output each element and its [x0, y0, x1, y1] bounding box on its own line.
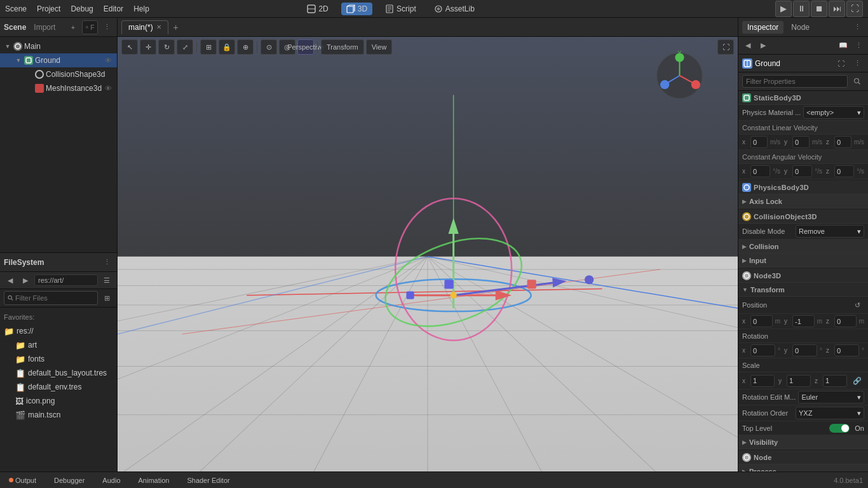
assetlib-button[interactable]: AssetLib: [429, 3, 480, 15]
rot-y-val[interactable]: 0: [792, 344, 817, 356]
scale-z-val[interactable]: 1: [823, 375, 847, 387]
pause-button[interactable]: ⏸: [793, 1, 810, 17]
menu-bar: Scene Project Debug Editor Help 2D 3D: [0, 0, 868, 18]
scale-x-val[interactable]: 1: [750, 375, 775, 387]
axis-lock-collapse[interactable]: ▶ Axis Lock: [738, 194, 868, 208]
fs-item-env[interactable]: 📋 default_env.tres: [0, 380, 117, 394]
fs-item-icon[interactable]: 🖼 icon.png: [0, 394, 117, 408]
rot-z-val[interactable]: 0: [834, 344, 859, 356]
process-collapse[interactable]: ▶ Process: [738, 464, 868, 471]
eye-icon-ground[interactable]: 👁: [103, 55, 113, 65]
insp-node-options[interactable]: ⋮: [850, 57, 864, 71]
vp-local-btn[interactable]: ⊙: [261, 39, 277, 55]
pos-y-val[interactable]: -1: [792, 315, 815, 327]
menu-editor[interactable]: Editor: [104, 4, 123, 13]
linear-z-val[interactable]: 0: [834, 136, 851, 148]
rot-order-dropdown[interactable]: YXZ ▾: [796, 407, 864, 419]
viewport-tab-main[interactable]: main(*) ✕: [121, 20, 168, 34]
bottom-tab-debugger[interactable]: Debugger: [50, 475, 88, 485]
tree-item-mesh[interactable]: MeshInstance3d 👁: [0, 81, 117, 95]
transform-collapse[interactable]: ▼ Transform: [738, 283, 868, 297]
fs-item-art[interactable]: 📁 art: [0, 338, 117, 352]
bottom-tab-output[interactable]: Output: [5, 475, 40, 485]
bottom-tab-animation[interactable]: Animation: [135, 475, 173, 485]
bottom-tab-audio[interactable]: Audio: [98, 475, 124, 485]
step-button[interactable]: ⏭: [829, 1, 845, 17]
collision-collapse[interactable]: ▶ Collision: [738, 240, 868, 254]
filter-search-btn[interactable]: [850, 74, 864, 88]
main-node-icon: [13, 42, 22, 51]
disable-mode-dropdown[interactable]: Remove ▾: [796, 225, 864, 238]
insp-node-expand[interactable]: ⛶: [834, 57, 848, 71]
pos-x-val[interactable]: 0: [750, 315, 773, 327]
insp-more-options[interactable]: ⋮: [851, 39, 865, 53]
fs-forward-button[interactable]: ▶: [19, 274, 32, 287]
linear-y-val[interactable]: 0: [792, 136, 810, 148]
angular-y-val[interactable]: 0: [792, 165, 812, 177]
vp-perspective-btn[interactable]: Perspective: [297, 39, 314, 55]
vp-select-btn[interactable]: ↖: [121, 39, 138, 55]
mode-2d-button[interactable]: 2D: [302, 3, 333, 15]
viewport-add-button[interactable]: +: [170, 21, 182, 34]
vp-scale-btn[interactable]: ⤢: [177, 39, 193, 55]
inspector-options-btn[interactable]: ⋮: [850, 20, 864, 34]
rot-edit-mode-dropdown[interactable]: Euler ▾: [798, 391, 864, 403]
node-tab[interactable]: Node: [786, 21, 815, 34]
fs-back-button[interactable]: ◀: [4, 274, 17, 287]
insp-open-docs[interactable]: 📖: [836, 39, 850, 53]
fs-item-res[interactable]: 📁 res://: [0, 324, 117, 338]
angular-x-val[interactable]: 0: [750, 165, 770, 177]
scale-link-btn[interactable]: 🔗: [850, 374, 864, 388]
vp-lock-btn[interactable]: 🔒: [219, 39, 235, 55]
add-node-button[interactable]: +: [67, 21, 79, 34]
script-button[interactable]: Script: [380, 3, 421, 15]
menu-debug[interactable]: Debug: [71, 4, 93, 13]
expand-button[interactable]: ⛶: [846, 1, 863, 17]
play-button[interactable]: ▶: [775, 1, 792, 17]
inspector-tab[interactable]: Inspector: [742, 21, 783, 34]
menu-scene[interactable]: Scene: [5, 4, 27, 13]
vp-view-btn[interactable]: View: [366, 39, 393, 55]
fs-item-main-scene[interactable]: 🎬 main.tscn: [0, 408, 117, 422]
vp-fullscreen-btn[interactable]: ⛶: [717, 39, 734, 55]
insp-history-back[interactable]: ◀: [741, 39, 755, 53]
visibility-collapse[interactable]: ▶ Visibility: [738, 435, 868, 449]
import-tab[interactable]: Import: [34, 23, 55, 32]
input-collapse[interactable]: ▶ Input: [738, 254, 868, 268]
mode-3d-button[interactable]: 3D: [341, 3, 372, 15]
viewport-tab-close[interactable]: ✕: [156, 24, 161, 30]
fs-options-button[interactable]: ⋮: [100, 256, 113, 269]
insp-history-forward[interactable]: ▶: [756, 39, 770, 53]
tree-item-ground[interactable]: ▼ Ground 👁: [0, 53, 117, 67]
scale-y-val[interactable]: 1: [787, 375, 811, 387]
vp-move-btn[interactable]: ✛: [140, 39, 156, 55]
bottom-tab-shader-editor[interactable]: Shader Editor: [183, 475, 233, 485]
pos-z-val[interactable]: 0: [834, 315, 857, 327]
fs-filter-input[interactable]: [15, 294, 94, 302]
stop-button[interactable]: ⏹: [811, 1, 827, 17]
viewport-canvas[interactable]: Y X Z ↖ ✛ ↻ ⤢ ⊞ 🔒: [118, 37, 738, 471]
vp-group-btn[interactable]: ⊕: [237, 39, 254, 55]
fs-layout-button[interactable]: ☰: [100, 274, 113, 287]
eye-icon-mesh[interactable]: 👁: [104, 83, 113, 93]
top-level-toggle[interactable]: [829, 424, 850, 433]
rot-x-val[interactable]: 0: [750, 344, 775, 356]
menu-project[interactable]: Project: [37, 4, 60, 13]
menu-help[interactable]: Help: [133, 4, 149, 13]
position-reset-btn[interactable]: ↺: [850, 298, 864, 312]
vp-grid-snap-btn[interactable]: ⊞: [200, 39, 217, 55]
physics-material-dropdown[interactable]: <empty> ▾: [803, 106, 864, 119]
fs-filter-options[interactable]: ⊞: [100, 292, 113, 304]
fs-item-bus-layout[interactable]: 📋 default_bus_layout.tres: [0, 366, 117, 380]
scene-filter-input[interactable]: [90, 24, 94, 31]
vp-transform-btn[interactable]: Transform: [321, 39, 364, 55]
tree-item-collision[interactable]: CollisionShape3d: [0, 67, 117, 81]
filter-properties-input[interactable]: [742, 75, 848, 88]
vp-rotate-btn[interactable]: ↻: [158, 39, 175, 55]
svg-line-10: [88, 27, 88, 28]
linear-x-val[interactable]: 0: [750, 136, 768, 148]
scene-options-button[interactable]: ⋮: [100, 21, 113, 34]
angular-z-val[interactable]: 0: [834, 165, 854, 177]
fs-item-fonts[interactable]: 📁 fonts: [0, 352, 117, 366]
tree-item-main[interactable]: ▼ Main: [0, 39, 117, 53]
